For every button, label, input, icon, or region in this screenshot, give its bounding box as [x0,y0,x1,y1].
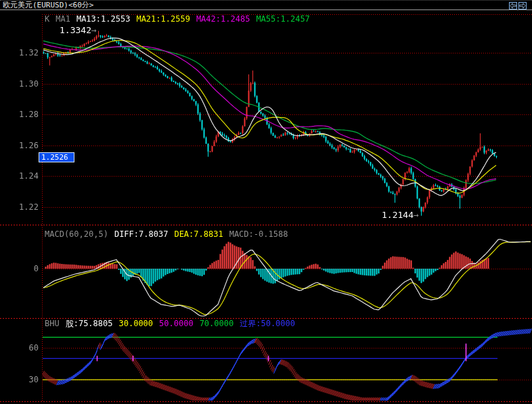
scroll-right-button[interactable] [518,2,527,9]
window-title: 欧元美元(EURUSD)<60分> [3,1,93,9]
trading-app-window: 欧元美元(EURUSD)<60分> KMA1MA13:1.2553MA21:1.… [0,0,532,404]
title-bar: 欧元美元(EURUSD)<60分> [0,0,532,10]
chart-canvas[interactable] [0,0,532,404]
arrow-right-icon [519,3,526,9]
scroll-left-button[interactable] [509,2,517,9]
arrow-left-icon [510,3,516,9]
